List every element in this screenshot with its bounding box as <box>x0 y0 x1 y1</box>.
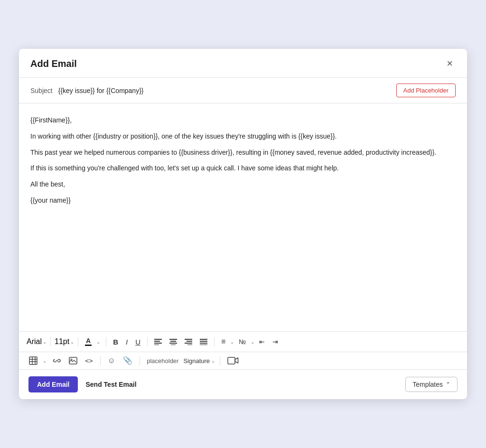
email-body[interactable]: {{FirstName}}, In working with other {{i… <box>19 103 467 331</box>
svg-rect-13 <box>200 341 207 342</box>
templates-label: Templates <box>412 381 443 388</box>
svg-rect-9 <box>187 341 192 342</box>
svg-rect-23 <box>228 357 235 364</box>
font-size-chevron-icon: ⌄ <box>70 339 74 345</box>
close-button[interactable]: × <box>444 57 456 70</box>
font-color-chevron-icon: ⌄ <box>96 339 100 345</box>
font-size-dropdown[interactable]: 11pt ⌄ <box>55 337 74 346</box>
subject-value: {{key issue}} for {{Company}} <box>58 87 391 94</box>
table-button[interactable] <box>27 355 40 366</box>
indent-button[interactable]: ⇥ <box>270 336 281 347</box>
toolbar-row-2: ⌄ <> ☺ 📎 placeholder Signature ⌄ <box>19 352 467 369</box>
svg-rect-1 <box>154 341 160 342</box>
align-center-button[interactable] <box>167 336 180 347</box>
svg-rect-11 <box>187 345 192 345</box>
svg-rect-12 <box>200 339 207 340</box>
svg-rect-3 <box>154 345 159 345</box>
signature-dropdown[interactable]: Signature ⌄ <box>183 357 215 364</box>
align-right-button[interactable] <box>182 336 195 347</box>
emoji-button[interactable]: ☺ <box>105 355 118 366</box>
modal-overlay: Add Email × Subject {{key issue}} for {{… <box>0 0 486 448</box>
toolbar-divider-5 <box>214 337 215 346</box>
bullet-list-chevron-icon: ⌄ <box>230 339 234 345</box>
toolbar-divider-2 <box>78 337 78 346</box>
svg-rect-16 <box>29 357 37 364</box>
modal-header: Add Email × <box>19 49 467 78</box>
numbered-list-button[interactable]: № <box>236 336 249 347</box>
placeholder-button[interactable]: placeholder <box>145 357 180 365</box>
body-line-1: {{FirstName}}, <box>30 115 456 126</box>
svg-rect-7 <box>171 345 176 345</box>
svg-rect-15 <box>200 345 207 345</box>
body-line-3: This past year we helped numerous compan… <box>30 147 456 159</box>
templates-button[interactable]: Templates ⌃ <box>405 377 458 392</box>
toolbar-divider-3 <box>106 337 106 346</box>
italic-button[interactable]: I <box>123 336 131 347</box>
bullet-list-button[interactable]: ≡ <box>218 336 228 347</box>
toolbar-divider-row2-1 <box>100 356 101 365</box>
svg-rect-6 <box>169 343 177 344</box>
footer: Add Email Send Test Email Templates ⌃ <box>19 369 467 399</box>
svg-rect-5 <box>170 341 176 342</box>
toolbar-row-1: Arial ⌄ 11pt ⌄ A ⌄ B I U <box>19 331 467 352</box>
outdent-button[interactable]: ⇤ <box>256 336 268 347</box>
templates-chevron-icon: ⌃ <box>446 381 450 388</box>
link-button[interactable] <box>50 356 64 365</box>
svg-rect-8 <box>185 339 192 340</box>
toolbar-divider-1 <box>50 337 51 346</box>
subject-label: Subject <box>30 87 53 94</box>
justify-button[interactable] <box>197 336 210 347</box>
body-line-5: All the best, <box>30 179 456 190</box>
font-family-dropdown[interactable]: Arial ⌄ <box>27 337 47 346</box>
body-line-4: If this is something you're challenged w… <box>30 163 456 174</box>
font-size-value: 11pt <box>55 337 69 346</box>
table-chevron-icon: ⌄ <box>43 358 47 364</box>
signature-label: Signature <box>183 357 210 364</box>
signature-chevron-icon: ⌄ <box>211 358 215 364</box>
font-family-chevron-icon: ⌄ <box>43 339 47 345</box>
svg-rect-2 <box>154 343 162 344</box>
svg-rect-0 <box>154 339 162 340</box>
add-placeholder-button[interactable]: Add Placeholder <box>396 84 456 97</box>
toolbar-divider-row2-2 <box>140 356 140 365</box>
code-button[interactable]: <> <box>83 356 95 365</box>
image-button[interactable] <box>66 355 80 366</box>
modal-title: Add Email <box>30 58 77 69</box>
toolbar-divider-4 <box>147 337 148 346</box>
svg-rect-10 <box>185 343 192 344</box>
font-color-label: A <box>86 337 91 344</box>
add-email-button[interactable]: Add Email <box>28 376 78 392</box>
numbered-list-chevron-icon: ⌄ <box>251 339 254 345</box>
attachment-button[interactable]: 📎 <box>121 355 135 366</box>
svg-rect-4 <box>169 339 177 340</box>
send-test-button[interactable]: Send Test Email <box>85 381 136 388</box>
bold-button[interactable]: B <box>110 336 121 347</box>
font-color-button[interactable]: A <box>82 336 94 348</box>
body-line-6: {{your name}} <box>30 195 456 206</box>
font-color-bar <box>85 345 92 346</box>
subject-row: Subject {{key issue}} for {{Company}} Ad… <box>19 78 467 103</box>
svg-rect-14 <box>200 343 207 344</box>
email-modal: Add Email × Subject {{key issue}} for {{… <box>19 49 467 399</box>
body-line-2: In working with other {{industry or posi… <box>30 131 456 142</box>
align-left-button[interactable] <box>151 336 165 347</box>
toolbar-divider-row2-3 <box>220 356 220 365</box>
video-button[interactable] <box>225 355 241 366</box>
svg-point-22 <box>71 359 72 360</box>
underline-button[interactable]: U <box>132 336 143 347</box>
font-family-value: Arial <box>27 337 42 346</box>
